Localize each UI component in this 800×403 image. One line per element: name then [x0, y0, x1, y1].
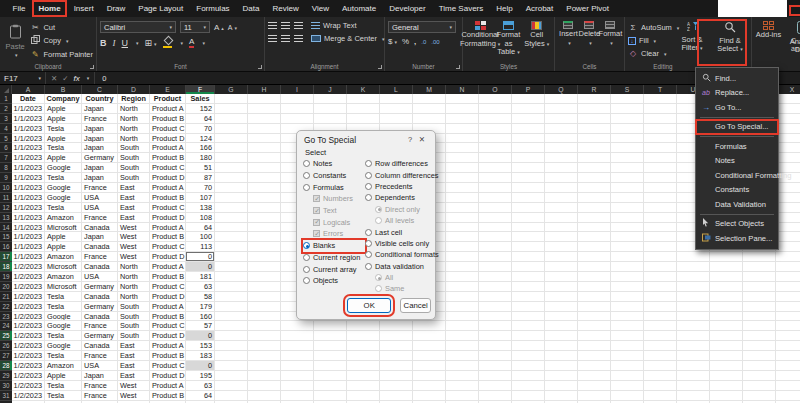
dialog-option-text[interactable]: Text [303, 205, 365, 217]
cell-G25[interactable] [215, 331, 248, 341]
cell-D27[interactable]: East [118, 351, 150, 361]
cell-H26[interactable] [248, 341, 281, 351]
cell-O26[interactable] [479, 341, 512, 351]
cell-B17[interactable]: Amazon [45, 252, 82, 262]
cell-K1[interactable] [347, 94, 380, 104]
cell-H25[interactable] [248, 331, 281, 341]
cell-T28[interactable] [644, 361, 677, 371]
row-header-20[interactable]: 20 [0, 282, 12, 292]
cell-J25[interactable] [314, 331, 347, 341]
cell-H15[interactable] [248, 232, 281, 242]
cell-H30[interactable] [248, 381, 281, 391]
cell-G23[interactable] [215, 312, 248, 322]
cell-K3[interactable] [347, 114, 380, 124]
cell-C21[interactable]: Canada [82, 292, 118, 302]
cell-V22[interactable] [710, 302, 743, 312]
row-header-9[interactable]: 9 [0, 173, 12, 183]
cell-P3[interactable] [512, 114, 545, 124]
cell-H22[interactable] [248, 302, 281, 312]
cell-P4[interactable] [512, 124, 545, 134]
cell-N5[interactable] [446, 134, 479, 144]
cell-R10[interactable] [578, 183, 611, 193]
cell-E15[interactable]: Product B [150, 232, 186, 242]
cell-O25[interactable] [479, 331, 512, 341]
cell-U17[interactable] [677, 252, 710, 262]
column-header-f[interactable]: F [186, 85, 215, 94]
cell-W26[interactable] [743, 341, 776, 351]
cell-G4[interactable] [215, 124, 248, 134]
cell-C18[interactable]: Canada [82, 262, 118, 272]
enter-icon[interactable]: ✓ [62, 74, 68, 83]
cell-C20[interactable]: Germany [82, 282, 118, 292]
cell-N20[interactable] [446, 282, 479, 292]
cell-B13[interactable]: Amazon [45, 213, 82, 223]
dialog-option-formulas[interactable]: Formulas [303, 181, 365, 193]
column-header-x[interactable]: X [776, 85, 800, 94]
cell-B20[interactable]: Microsoft [45, 282, 82, 292]
cell-R31[interactable] [578, 391, 611, 401]
number-format-select[interactable]: General▾ [388, 21, 456, 33]
cell-Q27[interactable] [545, 351, 578, 361]
cell-Q14[interactable] [545, 223, 578, 233]
cell-P12[interactable] [512, 203, 545, 213]
cell-F23[interactable]: 160 [186, 312, 215, 322]
cell-R18[interactable] [578, 262, 611, 272]
cell-B29[interactable]: Apple [45, 371, 82, 381]
cell-T24[interactable] [644, 321, 677, 331]
cell-N15[interactable] [446, 232, 479, 242]
cell-F26[interactable]: 153 [186, 341, 215, 351]
align-top-icon[interactable] [268, 22, 277, 29]
cell-H3[interactable] [248, 114, 281, 124]
cell-J29[interactable] [314, 371, 347, 381]
dialog-option-blanks[interactable]: Blanks [303, 240, 365, 252]
cell-O20[interactable] [479, 282, 512, 292]
cell-R14[interactable] [578, 223, 611, 233]
cell-R24[interactable] [578, 321, 611, 331]
cell-Q12[interactable] [545, 203, 578, 213]
cell-T6[interactable] [644, 143, 677, 153]
cell-I28[interactable] [281, 361, 314, 371]
cell-U25[interactable] [677, 331, 710, 341]
cell-D26[interactable]: East [118, 341, 150, 351]
align-center-icon[interactable] [281, 35, 290, 42]
cell-E7[interactable]: Product B [150, 153, 186, 163]
cell-A18[interactable]: 1/2/2023 [12, 262, 45, 272]
cell-A16[interactable]: 1/1/2023 [12, 242, 45, 252]
cell-Q15[interactable] [545, 232, 578, 242]
column-header-i[interactable]: I [281, 85, 314, 94]
row-header-10[interactable]: 10 [0, 183, 12, 193]
radio-unselected[interactable] [365, 183, 372, 190]
cell-S16[interactable] [611, 242, 644, 252]
cell-E9[interactable]: Product D [150, 173, 186, 183]
cell-F2[interactable]: 152 [186, 104, 215, 114]
cell-I24[interactable] [281, 321, 314, 331]
cell-Q4[interactable] [545, 124, 578, 134]
column-header-s[interactable]: S [611, 85, 644, 94]
radio-unselected[interactable] [303, 254, 310, 261]
cell-D6[interactable]: South [118, 143, 150, 153]
row-header-14[interactable]: 14 [0, 223, 12, 233]
cell-S10[interactable] [611, 183, 644, 193]
cell-B24[interactable]: Google [45, 321, 82, 331]
cell-P7[interactable] [512, 153, 545, 163]
cell-D29[interactable]: East [118, 371, 150, 381]
menu-item-replace[interactable]: abReplace... [696, 86, 778, 101]
cell-V24[interactable] [710, 321, 743, 331]
dialog-launcher-icon[interactable] [456, 65, 460, 69]
cell-U26[interactable] [677, 341, 710, 351]
cell-D1[interactable]: Region [118, 94, 150, 104]
cell-K28[interactable] [347, 361, 380, 371]
cell-F24[interactable]: 57 [186, 321, 215, 331]
cell-P8[interactable] [512, 163, 545, 173]
cell-A26[interactable]: 1/2/2023 [12, 341, 45, 351]
cell-E27[interactable]: Product B [150, 351, 186, 361]
cell-G20[interactable] [215, 282, 248, 292]
cell-F25[interactable]: 0 [186, 331, 215, 341]
column-header-j[interactable]: J [314, 85, 347, 94]
cell-E11[interactable]: Product B [150, 193, 186, 203]
cell-S28[interactable] [611, 361, 644, 371]
cell-O1[interactable] [479, 94, 512, 104]
cell-P20[interactable] [512, 282, 545, 292]
cell-S7[interactable] [611, 153, 644, 163]
cell-J3[interactable] [314, 114, 347, 124]
